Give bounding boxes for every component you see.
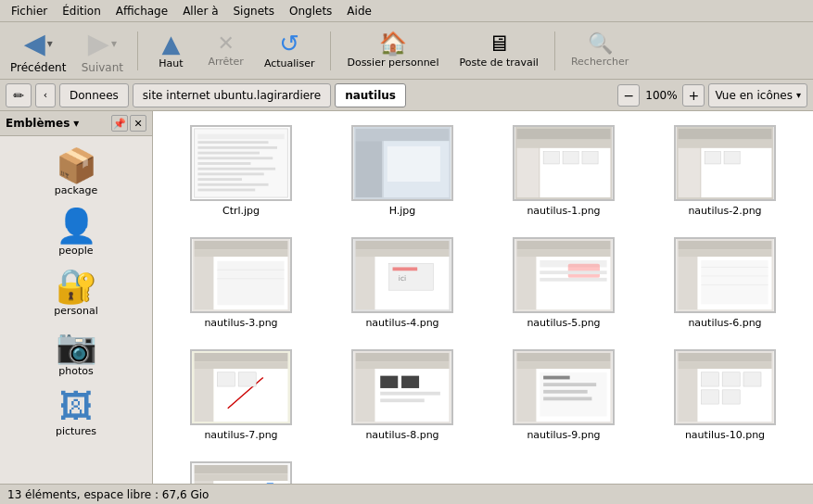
svg-rect-87 [517,369,537,422]
forward-button[interactable]: ▶ ▾ Suivant [74,26,130,76]
breadcrumb-site-internet[interactable]: site internet ubuntu.lagirardiere [133,83,331,107]
svg-rect-91 [543,383,596,386]
svg-rect-106 [195,473,288,481]
sidebar-close-button[interactable]: ✕ [130,115,146,132]
svg-rect-70 [195,369,214,422]
svg-rect-36 [195,257,214,309]
locationbar: ✏ ‹ Donnees site internet ubuntu.lagirar… [0,80,813,111]
edit-icon: ✏ [13,88,24,103]
menu-edition[interactable]: Édition [55,3,108,19]
svg-rect-92 [543,390,588,394]
file-item-nautilus-4[interactable]: ici nautilus-4.png [325,231,479,335]
menu-aide[interactable]: Aide [339,3,379,19]
location-back-arrow[interactable]: ‹ [35,83,56,107]
svg-rect-8 [197,168,275,170]
svg-rect-93 [543,397,591,400]
svg-rect-7 [197,162,250,165]
svg-rect-61 [679,257,698,309]
file-item-nautilus-8[interactable]: nautilus-8.png [325,343,479,447]
file-item-nautilus-11[interactable]: nautilus-11.png [164,455,318,484]
sidebar-item-photos[interactable]: 📷 photos [6,322,146,381]
file-label-nautilus-8: nautilus-8.png [365,429,438,441]
sidebar-header: Emblèmes ▾ 📌 ✕ [0,111,152,136]
svg-rect-10 [197,178,242,181]
zoom-out-button[interactable]: − [617,84,640,107]
emblemes-arrow: ▾ [73,117,79,130]
sidebar-items: 📦 package 👤 people 🔐 personal 📷 photos 🖼… [0,136,152,484]
file-item-nautilus-7[interactable]: nautilus-7.png [164,343,318,447]
view-dropdown[interactable]: Vue en icônes ▾ [708,83,807,107]
emblemes-label: Emblèmes [6,117,70,130]
svg-rect-31 [705,152,720,164]
file-item-h-jpg[interactable]: H.jpg [325,119,479,223]
svg-rect-25 [582,152,598,164]
svg-rect-15 [356,141,383,197]
stop-icon: ✕ [217,33,234,54]
refresh-button[interactable]: ↺ Actualiser [256,26,324,76]
file-item-nautilus-5[interactable]: nautilus-5.png [487,231,641,335]
menu-fichier[interactable]: Fichier [4,3,55,19]
svg-rect-85 [517,353,611,362]
svg-rect-52 [517,257,537,309]
menu-affichage[interactable]: Affichage [108,3,175,19]
file-label-ctrl-jpg: Ctrl.jpg [222,205,260,217]
zoom-in-button[interactable]: + [682,84,705,107]
file-label-nautilus-9: nautilus-9.png [527,429,600,441]
zoom-in-icon: + [689,88,700,103]
svg-rect-19 [517,129,611,139]
svg-rect-23 [543,152,559,164]
zoom-level: 100% [643,89,679,102]
sidebar-item-personal[interactable]: 🔐 personal [6,262,146,321]
sidebar-pin-button[interactable]: 📌 [111,115,128,132]
svg-rect-101 [743,372,761,386]
photos-label: photos [58,365,93,377]
svg-rect-74 [238,372,256,386]
svg-rect-90 [543,376,570,380]
svg-rect-57 [540,278,606,282]
location-edit-button[interactable]: ✏ [6,83,32,107]
svg-rect-51 [517,249,611,257]
home-button[interactable]: 🏠 Dossier personnel [338,26,447,76]
file-thumb-nautilus-11 [190,461,292,484]
stop-button[interactable]: ✕ Arrêter [199,26,252,76]
sidebar-item-people[interactable]: 👤 people [6,202,146,260]
svg-rect-68 [195,353,288,362]
menu-aller-a[interactable]: Aller à [175,3,225,19]
computer-button[interactable]: 🖥 Poste de travail [451,26,546,76]
breadcrumb-donnees[interactable]: Donnees [59,83,129,107]
file-label-nautilus-1: nautilus-1.png [527,205,600,217]
back-button[interactable]: ◀ ▾ Précédent [6,26,70,76]
file-item-nautilus-1[interactable]: nautilus-1.png [487,119,641,223]
sidebar-item-pictures[interactable]: 🖼 pictures [6,383,146,441]
svg-rect-107 [195,481,214,484]
package-label: package [55,184,97,196]
svg-rect-108 [214,481,288,484]
file-item-nautilus-10[interactable]: nautilus-10.png [648,343,802,447]
search-button[interactable]: 🔍 Rechercher [563,26,637,76]
svg-rect-9 [197,172,263,175]
svg-rect-60 [679,249,772,257]
svg-rect-24 [563,152,578,164]
file-item-nautilus-3[interactable]: nautilus-3.png [164,231,318,335]
search-icon: 🔍 [588,33,613,54]
file-item-nautilus-9[interactable]: nautilus-9.png [487,343,641,447]
file-thumb-ctrl-jpg [190,125,292,201]
breadcrumb-nautilus[interactable]: nautilus [335,83,406,107]
svg-rect-76 [356,353,450,362]
up-label: Haut [159,57,183,69]
file-thumb-nautilus-9 [513,349,615,425]
photos-icon: 📷 [56,330,97,363]
computer-icon: 🖥 [488,32,510,55]
svg-rect-12 [197,189,255,192]
file-item-nautilus-2[interactable]: nautilus-2.png [648,119,802,223]
up-button[interactable]: ▲ Haut [146,26,196,76]
file-item-ctrl-jpg[interactable]: Ctrl.jpg [164,119,318,223]
file-thumb-nautilus-2 [674,125,776,201]
menu-signets[interactable]: Signets [226,3,283,19]
menu-onglets[interactable]: Onglets [282,3,339,19]
file-label-nautilus-6: nautilus-6.png [688,317,761,329]
sidebar-item-package[interactable]: 📦 package [6,142,146,200]
up-icon: ▲ [161,32,180,56]
file-item-nautilus-6[interactable]: nautilus-6.png [648,231,802,335]
forward-icon: ▶ [88,27,109,59]
